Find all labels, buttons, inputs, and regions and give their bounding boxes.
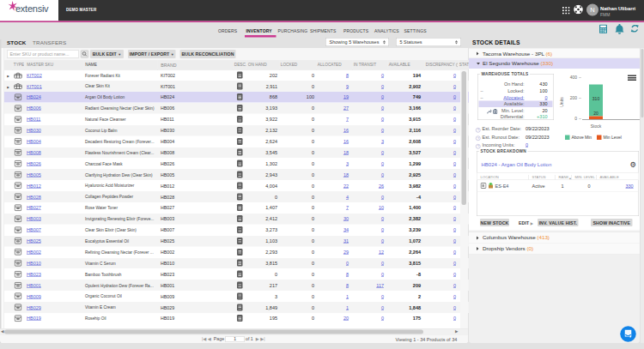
svg-text:extensiv: extensiv xyxy=(15,3,49,14)
